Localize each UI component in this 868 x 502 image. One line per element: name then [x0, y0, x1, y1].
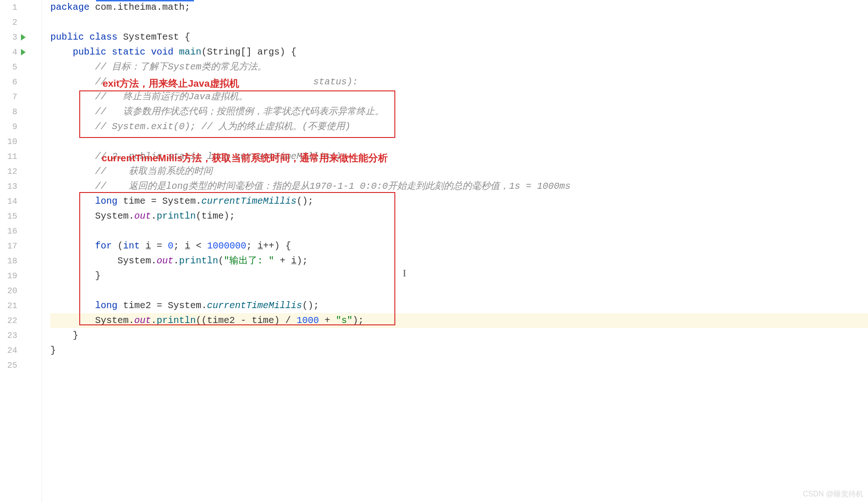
code-line[interactable]: // 该参数用作状态代码；按照惯例，非零状态代码表示异常终止。	[50, 104, 868, 119]
code-line[interactable]	[50, 358, 868, 373]
line-number: 12	[0, 164, 21, 179]
line-number: 4	[0, 45, 21, 60]
watermark: CSDN @睡觉待机	[803, 489, 863, 499]
line-number: 11	[0, 149, 21, 164]
text-cursor-icon: I	[403, 267, 406, 279]
line-number: 1	[0, 0, 21, 15]
code-line[interactable]: // 返回的是long类型的时间毫秒值：指的是从1970-1-1 0:0:0开始…	[50, 179, 868, 194]
line-number: 18	[0, 254, 21, 268]
code-line[interactable]: long time = System.currentTimeMillis();	[50, 194, 868, 209]
line-number: 3	[0, 30, 21, 45]
code-line[interactable]	[50, 15, 868, 30]
line-number: 15	[0, 209, 21, 224]
code-line[interactable]: }	[50, 268, 868, 283]
line-number: 17	[0, 239, 21, 254]
line-number: 7	[0, 89, 21, 104]
line-number: 9	[0, 119, 21, 134]
code-line[interactable]: // status):	[50, 75, 868, 89]
code-line[interactable]: // System.exit(0); // 人为的终止虚拟机。(不要使用)	[50, 119, 868, 134]
line-number: 13	[0, 179, 21, 194]
code-line[interactable]: public class SystemTest {	[50, 30, 868, 45]
code-area[interactable]: package com.itheima.math; public class S…	[42, 0, 868, 502]
code-line[interactable]: // 2. public static long currentTimeMill…	[50, 149, 868, 164]
run-gutter-icon[interactable]	[21, 34, 41, 41]
line-number: 8	[0, 104, 21, 119]
code-line[interactable]	[50, 283, 868, 298]
line-number: 20	[0, 283, 21, 298]
line-number: 23	[0, 328, 21, 343]
code-line[interactable]: // 终止当前运行的Java虚拟机。	[50, 89, 868, 104]
line-number: 6	[0, 75, 21, 89]
line-number: 25	[0, 358, 21, 373]
code-line[interactable]: System.out.println((time2 - time) / 1000…	[50, 313, 868, 328]
line-number: 10	[0, 134, 21, 149]
line-number: 21	[0, 298, 21, 313]
code-line[interactable]	[50, 224, 868, 239]
code-line[interactable]: // 获取当前系统的时间	[50, 164, 868, 179]
gutter: 1 2 3 4 5 6 7 8 9 10 11 12 13 14 15 16 1…	[0, 0, 42, 502]
code-line[interactable]: }	[50, 343, 868, 358]
code-line[interactable]: }	[50, 328, 868, 343]
code-line[interactable]: public static void main(String[] args) {	[50, 45, 868, 60]
code-line[interactable]: System.out.println(time);	[50, 209, 868, 224]
code-line[interactable]: long time2 = System.currentTimeMillis();	[50, 298, 868, 313]
code-editor[interactable]: 1 2 3 4 5 6 7 8 9 10 11 12 13 14 15 16 1…	[0, 0, 868, 502]
line-number: 22	[0, 313, 21, 328]
code-line[interactable]: System.out.println("输出了: " + i);	[50, 254, 868, 268]
line-number: 2	[0, 15, 21, 30]
code-line[interactable]	[50, 134, 868, 149]
line-number: 5	[0, 60, 21, 75]
line-number: 24	[0, 343, 21, 358]
code-line[interactable]: // 目标：了解下System类的常见方法。	[50, 60, 868, 75]
line-number: 16	[0, 224, 21, 239]
run-gutter-icon[interactable]	[21, 49, 41, 55]
line-number: 19	[0, 268, 21, 283]
line-number: 14	[0, 194, 21, 209]
code-line[interactable]: for (int i = 0; i < 1000000; i++) {	[50, 239, 868, 254]
code-line[interactable]: package com.itheima.math;	[50, 0, 868, 15]
